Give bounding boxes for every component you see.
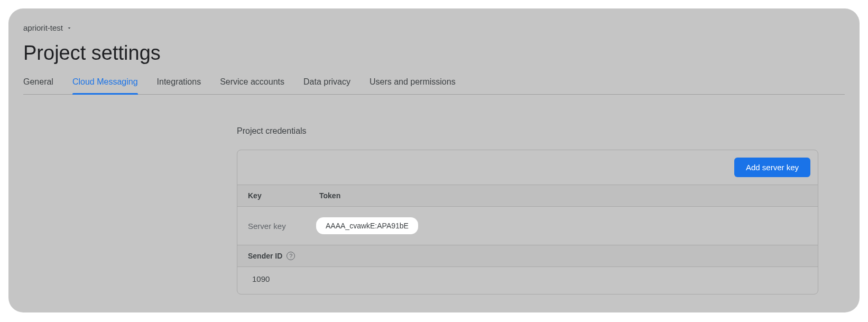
tab-integrations[interactable]: Integrations xyxy=(157,77,201,94)
project-selector[interactable]: apriorit-test xyxy=(23,23,72,32)
sender-id-value: 1090 xyxy=(237,267,818,294)
tab-service-accounts[interactable]: Service accounts xyxy=(220,77,284,94)
tab-general[interactable]: General xyxy=(23,77,53,94)
token-cell: AAAA_cvawkE:APA91bE xyxy=(319,217,807,234)
section-title-credentials: Project credentials xyxy=(237,126,845,136)
token-value[interactable]: AAAA_cvawkE:APA91bE xyxy=(316,217,418,234)
chevron-down-icon xyxy=(66,25,72,31)
project-name: apriorit-test xyxy=(23,23,63,32)
tabs: General Cloud Messaging Integrations Ser… xyxy=(23,77,845,95)
help-icon[interactable]: ? xyxy=(287,252,295,260)
sender-id-label: Sender ID xyxy=(248,252,282,260)
tab-cloud-messaging[interactable]: Cloud Messaging xyxy=(72,77,138,94)
content-area: Project credentials Add server key Key T… xyxy=(23,95,845,295)
tab-data-privacy[interactable]: Data privacy xyxy=(303,77,350,94)
credentials-card: Add server key Key Token Server key AAAA… xyxy=(237,150,818,295)
column-header-token: Token xyxy=(319,191,807,200)
add-server-key-button[interactable]: Add server key xyxy=(734,158,810,177)
settings-page: apriorit-test Project settings General C… xyxy=(8,8,860,312)
table-header: Key Token xyxy=(237,185,818,207)
sender-id-header: Sender ID ? xyxy=(237,245,818,267)
tab-users-permissions[interactable]: Users and permissions xyxy=(370,77,456,94)
page-title: Project settings xyxy=(23,42,845,65)
column-header-key: Key xyxy=(248,191,319,200)
card-toolbar: Add server key xyxy=(237,150,818,185)
key-cell: Server key xyxy=(248,222,319,231)
table-row: Server key AAAA_cvawkE:APA91bE xyxy=(237,207,818,245)
